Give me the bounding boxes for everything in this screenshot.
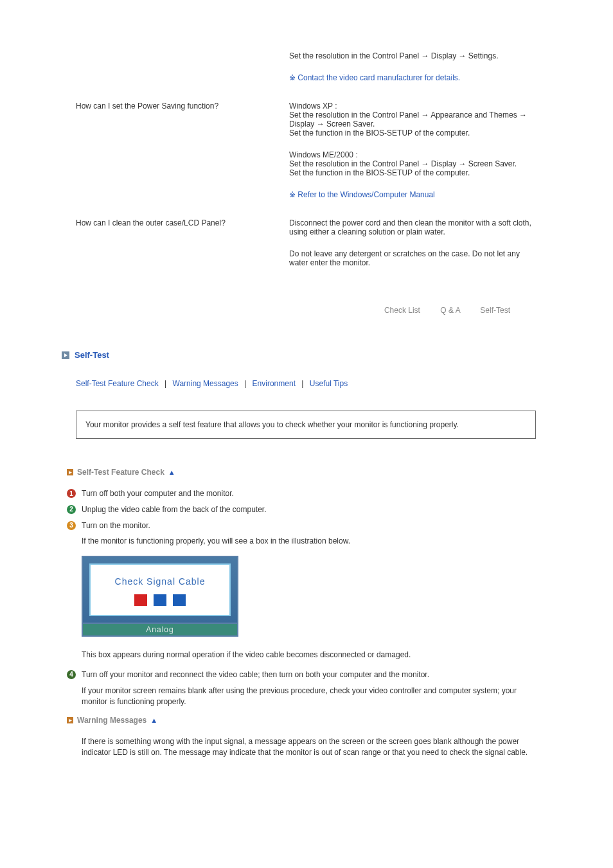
sublink-environment[interactable]: Environment [253,379,296,388]
svg-marker-0 [64,353,67,357]
nav-selftest[interactable]: Self-Test [480,306,510,315]
note-text: ※ Refer to the Windows/Computer Manual [289,190,536,199]
subsection-bullet-icon [67,717,73,723]
os-label: Windows ME/2000 : [289,150,536,159]
note-text: ※ Contact the video card manufacturer fo… [289,73,536,82]
step-marker-1: 1 [67,489,76,498]
section-title: Self-Test [75,350,109,360]
question-text: How can I clean the outer case/LCD Panel… [76,218,289,280]
svg-marker-2 [69,719,72,722]
answer-text: Do not leave any detergent or scratches … [289,249,536,267]
signal-box-label: Check Signal Cable [91,576,229,587]
step-text: Turn off your monitor and reconnect the … [82,669,536,680]
step-text: Turn on the monitor. [82,520,536,531]
subsection-title: Self-Test Feature Check [77,468,164,477]
subsection-title: Warning Messages [77,716,147,725]
info-box: Your monitor provides a self test featur… [76,411,536,439]
signal-cable-illustration: Check Signal Cable Analog [82,556,238,637]
sublink-tips[interactable]: Useful Tips [310,379,348,388]
step-marker-2: 2 [67,505,76,514]
step-text: Turn off both your computer and the moni… [82,488,536,499]
section-bullet-icon [62,351,69,359]
answer-text: Set the resolution in the Control Panel … [289,51,536,60]
red-square-icon [134,594,147,606]
blue-square-icon [173,594,186,606]
question-text: How can I set the Power Saving function? [76,102,289,199]
nav-checklist[interactable]: Check List [384,306,420,315]
answer-text: Set the resolution in the Control Panel … [289,111,536,128]
step-marker-3: 3 [67,521,76,530]
sublink-selftest[interactable]: Self-Test Feature Check [76,379,159,388]
nav-qa[interactable]: Q & A [440,306,460,315]
signal-box-footer: Analog [82,624,238,637]
os-label: Windows XP : [289,102,536,111]
up-arrow-icon[interactable]: ▲ [150,716,157,724]
step-marker-4: 4 [67,670,76,679]
up-arrow-icon[interactable]: ▲ [168,468,175,476]
step-text: Unplug the video cable from the back of … [82,504,536,515]
svg-marker-1 [69,471,72,474]
sublink-warning[interactable]: Warning Messages [173,379,238,388]
warning-body: If there is something wrong with the inp… [82,736,536,758]
step-note: If the monitor is functioning properly, … [82,536,536,547]
subsection-bullet-icon [67,469,73,475]
step-note: This box appears during normal operation… [82,650,536,660]
answer-text: Set the resolution in the Control Panel … [289,159,536,168]
subsection-links: Self-Test Feature Check | Warning Messag… [76,379,536,388]
blue-square-icon [154,594,166,606]
answer-text: Disconnect the power cord and then clean… [289,218,536,236]
step-note: If your monitor screen remains blank aft… [82,686,536,707]
section-nav: Check List Q & A Self-Test [76,306,536,315]
answer-text: Set the function in the BIOS-SETUP of th… [289,128,536,137]
answer-text: Set the function in the BIOS-SETUP of th… [289,168,536,177]
